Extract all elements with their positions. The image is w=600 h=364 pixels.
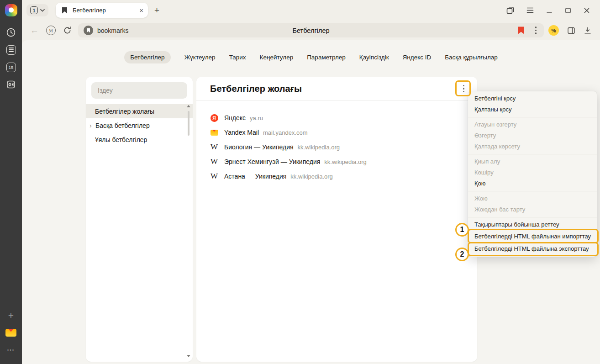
yandex-search-icon[interactable]: Я [46, 26, 56, 35]
refresh-icon[interactable] [63, 26, 72, 35]
bookmark-row[interactable]: Я Яндекс ya.ru [210, 111, 463, 125]
address-bar[interactable]: bookmarks Бетбелгілер [78, 23, 544, 37]
folder-label: Бетбелгілер жолағы [95, 108, 154, 115]
scrollbar-thumb[interactable] [188, 111, 189, 136]
side-panel-icon[interactable] [567, 26, 575, 35]
scroll-up-icon[interactable] [187, 105, 190, 107]
menu-item-edit: Өзгерту [468, 130, 597, 141]
bookmark-url: mail.yandex.com [263, 129, 308, 136]
folders-list: Бетбелгілер жолағы › Басқа бетбелгілер Ұ… [86, 104, 193, 147]
address-more-icon[interactable] [533, 26, 538, 35]
feed-lines-icon [6, 45, 16, 55]
menu-item-import-html[interactable]: Бетбелгілерді HTML файлынан импорттау [468, 230, 597, 243]
annotation-step-1-badge: 1 [455, 223, 469, 237]
app-window: 15 + ••• 1 Бетбелгілер × + ← [0, 0, 600, 364]
menu-group: Тақырыптары бойынша реттеу Бетбелгілерді… [468, 217, 597, 257]
bookmark-row[interactable]: W Астана — Уикипедия kk.wikipedia.org [210, 169, 463, 184]
w-letter: W [211, 157, 218, 166]
nav-settings[interactable]: Параметрлер [307, 51, 346, 63]
menu-item-add-folder[interactable]: Қалтаны қосу [468, 104, 597, 115]
nav-security[interactable]: Қауіпсіздік [359, 51, 389, 63]
nav-downloads[interactable]: Жүктеулер [184, 51, 216, 63]
browser-toolbar: ← Я bookmarks Бетбелгілер % [22, 21, 600, 40]
nav-bookmarks[interactable]: Бетбелгілер [124, 51, 170, 63]
w-letter: W [211, 172, 218, 181]
nav-history[interactable]: Тарих [229, 51, 246, 63]
bookmarks-search[interactable] [91, 82, 187, 99]
menu-item-cut: Қиып алу [468, 156, 597, 167]
menu-item-show-in-folder: Қалтада көрсету [468, 141, 597, 152]
manager-nav: Бетбелгілер Жүктеулер Тарих Кеңейтулер П… [22, 51, 600, 63]
page-title: Бетбелгілер [78, 27, 544, 34]
menu-item-add-bookmark[interactable]: Бетбелгіні қосу [468, 93, 597, 104]
feed-icon[interactable] [5, 44, 16, 55]
download-icon[interactable] [584, 26, 592, 35]
rail-more-dots-icon[interactable]: ••• [5, 344, 16, 355]
wikipedia-favicon: W [210, 158, 218, 166]
menu-item-delete: Жою [468, 193, 597, 204]
yandex-plus-icon[interactable]: % [548, 25, 559, 36]
tab-counter-button[interactable]: 1 [26, 4, 48, 16]
menu-item-paste[interactable]: Қою [468, 178, 597, 189]
nav-yandex-id[interactable]: Яндекс ID [403, 51, 432, 63]
menu-item-export-html[interactable]: Бетбелгілерді HTML файлына экспорттау [468, 243, 597, 255]
menu-group: Жою Жоюдан бас тарту [468, 191, 597, 217]
folders-scrollbar[interactable] [186, 105, 191, 357]
ya-letter: Я [46, 26, 56, 35]
bookmark-title: Астана — Уикипедия [224, 173, 286, 180]
back-button-icon[interactable]: ← [30, 26, 39, 35]
bookmark-row[interactable]: Yandex Mail mail.yandex.com [210, 125, 463, 140]
sidebar-item-mobile-bookmarks[interactable]: Ұялы бетбелгілер [86, 132, 193, 147]
mail-favicon [210, 128, 218, 137]
chevron-right-icon[interactable]: › [89, 122, 95, 129]
bookmark-title: Биология — Уикипедия [224, 143, 294, 151]
bookmark-row[interactable]: W Эрнест Хемингуэй — Уикипедия kk.wikipe… [210, 154, 463, 169]
menu-item-rename: Атауын өзгерту [468, 119, 597, 130]
yandex-browser-logo-icon[interactable] [5, 4, 17, 16]
rail-add-icon[interactable]: + [5, 310, 16, 321]
nav-extensions[interactable]: Кеңейтулер [260, 51, 294, 63]
menu-hamburger-icon[interactable] [526, 7, 534, 13]
bookmark-row[interactable]: W Биология — Уикипедия kk.wikipedia.org [210, 140, 463, 154]
bookmark-glyph-icon [87, 28, 90, 33]
bookmark-url: kk.wikipedia.org [290, 173, 333, 180]
history-icon[interactable] [5, 27, 16, 38]
panel-more-icon[interactable] [461, 84, 466, 93]
minimize-icon[interactable] [546, 7, 553, 14]
new-tab-button[interactable]: + [154, 6, 159, 15]
folder-label: Басқа бетбелгілер [95, 122, 150, 129]
search-input[interactable] [97, 86, 182, 95]
menu-group: Қиып алу Көшіру Қою [468, 154, 597, 191]
sidebar-item-bookmarks-bar[interactable]: Бетбелгілер жолағы [86, 104, 193, 118]
bookmark-title: Яндекс [224, 114, 246, 121]
url-text: bookmarks [97, 27, 128, 34]
sidebar-item-other-bookmarks[interactable]: › Басқа бетбелгілер [86, 118, 193, 132]
menu-item-undo-delete: Жоюдан бас тарту [468, 204, 597, 215]
yandex-favicon: Я [210, 114, 218, 122]
toolbar-right-actions: % [548, 25, 600, 36]
bookmarks-list: Я Яндекс ya.ru Yandex Mail mail.yandex.c… [196, 101, 477, 193]
close-window-icon[interactable] [584, 7, 590, 14]
site-badge-icon[interactable] [84, 26, 93, 35]
context-menu: Бетбелгіні қосу Қалтаны қосу Атауын өзге… [468, 91, 597, 257]
menu-item-sort-by-title[interactable]: Тақырыптары бойынша реттеу [468, 219, 597, 230]
scroll-down-icon[interactable] [187, 355, 190, 357]
nav-other-devices[interactable]: Басқа құрылғылар [445, 51, 498, 63]
video-call-icon[interactable] [5, 79, 16, 90]
bookmark-flag-icon[interactable] [518, 26, 524, 34]
bookmark-url: ya.ru [250, 115, 263, 121]
tab-count-badge: 1 [30, 6, 38, 14]
panels-icon[interactable] [506, 6, 514, 14]
maximize-icon[interactable] [565, 7, 571, 14]
browser-side-rail: 15 + ••• [0, 0, 22, 364]
calendar-15-icon[interactable]: 15 [5, 62, 16, 73]
menu-group: Атауын өзгерту Өзгерту Қалтада көрсету [468, 117, 597, 154]
bookmark-title: Yandex Mail [224, 129, 259, 136]
yandex-mail-icon[interactable] [5, 327, 16, 338]
tab-close-icon[interactable]: × [139, 7, 143, 14]
active-tab[interactable]: Бетбелгілер × [56, 3, 148, 18]
tab-strip: 1 Бетбелгілер × + [22, 0, 600, 21]
annotation-step-2-badge: 2 [455, 248, 469, 261]
tab-bookmark-icon [62, 7, 67, 14]
wikipedia-favicon: W [210, 143, 218, 151]
